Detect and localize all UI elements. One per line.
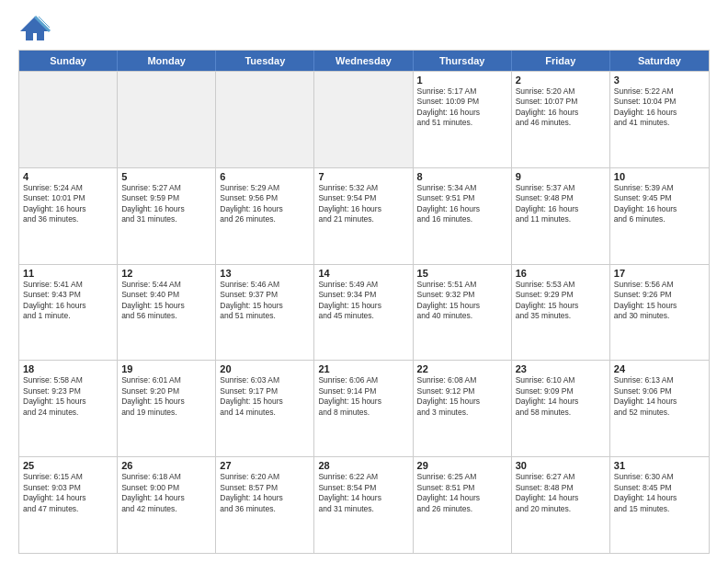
cell-text: Sunrise: 6:08 AM Sunset: 9:12 PM Dayligh…	[417, 375, 507, 418]
day-number: 9	[516, 171, 606, 182]
cell-text: Sunrise: 6:01 AM Sunset: 9:20 PM Dayligh…	[121, 375, 211, 418]
day-number: 12	[121, 268, 211, 279]
calendar-cell: 25Sunrise: 6:15 AM Sunset: 9:03 PM Dayli…	[19, 457, 118, 553]
cell-text: Sunrise: 5:53 AM Sunset: 9:29 PM Dayligh…	[516, 280, 606, 322]
cal-header-cell: Sunday	[19, 51, 118, 71]
day-number: 31	[614, 460, 705, 471]
calendar-body: 1Sunrise: 5:17 AM Sunset: 10:09 PM Dayli…	[19, 71, 709, 553]
cal-header-cell: Wednesday	[314, 51, 413, 71]
day-number: 20	[220, 363, 310, 374]
calendar-cell: 1Sunrise: 5:17 AM Sunset: 10:09 PM Dayli…	[414, 72, 512, 167]
calendar-row: 1Sunrise: 5:17 AM Sunset: 10:09 PM Dayli…	[19, 71, 709, 167]
calendar-cell: 24Sunrise: 6:13 AM Sunset: 9:06 PM Dayli…	[610, 361, 709, 456]
day-number: 10	[614, 171, 705, 182]
calendar-cell: 12Sunrise: 5:44 AM Sunset: 9:40 PM Dayli…	[118, 265, 216, 361]
cell-text: Sunrise: 5:58 AM Sunset: 9:23 PM Dayligh…	[23, 375, 113, 418]
calendar-cell: 19Sunrise: 6:01 AM Sunset: 9:20 PM Dayli…	[118, 361, 216, 456]
logo-icon	[18, 15, 51, 42]
calendar-cell	[118, 72, 216, 167]
cell-text: Sunrise: 6:13 AM Sunset: 9:06 PM Dayligh…	[614, 375, 705, 418]
cell-text: Sunrise: 6:10 AM Sunset: 9:09 PM Dayligh…	[516, 375, 606, 418]
calendar-cell: 11Sunrise: 5:41 AM Sunset: 9:43 PM Dayli…	[19, 265, 118, 361]
cell-text: Sunrise: 6:15 AM Sunset: 9:03 PM Dayligh…	[23, 472, 113, 514]
cell-text: Sunrise: 6:27 AM Sunset: 8:48 PM Dayligh…	[516, 472, 606, 514]
day-number: 5	[121, 171, 211, 182]
day-number: 24	[614, 363, 705, 374]
calendar-cell: 15Sunrise: 5:51 AM Sunset: 9:32 PM Dayli…	[414, 265, 512, 361]
calendar-header-row: SundayMondayTuesdayWednesdayThursdayFrid…	[19, 51, 709, 71]
cell-text: Sunrise: 5:34 AM Sunset: 9:51 PM Dayligh…	[417, 183, 507, 225]
calendar-cell: 30Sunrise: 6:27 AM Sunset: 8:48 PM Dayli…	[512, 457, 610, 553]
day-number: 19	[121, 363, 211, 374]
cell-text: Sunrise: 5:39 AM Sunset: 9:45 PM Dayligh…	[614, 183, 705, 225]
day-number: 23	[516, 363, 606, 374]
calendar-cell: 6Sunrise: 5:29 AM Sunset: 9:56 PM Daylig…	[216, 168, 314, 264]
cell-text: Sunrise: 5:22 AM Sunset: 10:04 PM Daylig…	[614, 86, 705, 129]
calendar-cell: 21Sunrise: 6:06 AM Sunset: 9:14 PM Dayli…	[314, 361, 413, 456]
day-number: 25	[23, 460, 113, 471]
calendar-cell: 14Sunrise: 5:49 AM Sunset: 9:34 PM Dayli…	[314, 265, 413, 361]
calendar-cell: 28Sunrise: 6:22 AM Sunset: 8:54 PM Dayli…	[314, 457, 413, 553]
calendar-cell: 18Sunrise: 5:58 AM Sunset: 9:23 PM Dayli…	[19, 361, 118, 456]
day-number: 11	[23, 268, 113, 279]
day-number: 16	[516, 268, 606, 279]
calendar-cell: 22Sunrise: 6:08 AM Sunset: 9:12 PM Dayli…	[414, 361, 512, 456]
calendar-row: 11Sunrise: 5:41 AM Sunset: 9:43 PM Dayli…	[19, 264, 709, 361]
day-number: 17	[614, 268, 705, 279]
calendar-cell: 23Sunrise: 6:10 AM Sunset: 9:09 PM Dayli…	[512, 361, 610, 456]
calendar-cell: 31Sunrise: 6:30 AM Sunset: 8:45 PM Dayli…	[610, 457, 709, 553]
cal-header-cell: Monday	[118, 51, 216, 71]
calendar-cell: 4Sunrise: 5:24 AM Sunset: 10:01 PM Dayli…	[19, 168, 118, 264]
day-number: 29	[417, 460, 507, 471]
calendar-cell: 27Sunrise: 6:20 AM Sunset: 8:57 PM Dayli…	[216, 457, 314, 553]
cell-text: Sunrise: 6:20 AM Sunset: 8:57 PM Dayligh…	[220, 472, 310, 514]
cell-text: Sunrise: 5:56 AM Sunset: 9:26 PM Dayligh…	[614, 280, 705, 322]
cell-text: Sunrise: 5:37 AM Sunset: 9:48 PM Dayligh…	[516, 183, 606, 225]
cell-text: Sunrise: 5:32 AM Sunset: 9:54 PM Dayligh…	[318, 183, 408, 225]
cal-header-cell: Thursday	[414, 51, 512, 71]
cell-text: Sunrise: 6:06 AM Sunset: 9:14 PM Dayligh…	[318, 375, 408, 418]
cell-text: Sunrise: 6:30 AM Sunset: 8:45 PM Dayligh…	[614, 472, 705, 514]
day-number: 27	[220, 460, 310, 471]
cell-text: Sunrise: 5:44 AM Sunset: 9:40 PM Dayligh…	[121, 280, 211, 322]
calendar-row: 4Sunrise: 5:24 AM Sunset: 10:01 PM Dayli…	[19, 167, 709, 264]
day-number: 15	[417, 268, 507, 279]
calendar-row: 25Sunrise: 6:15 AM Sunset: 9:03 PM Dayli…	[19, 456, 709, 553]
calendar-cell: 10Sunrise: 5:39 AM Sunset: 9:45 PM Dayli…	[610, 168, 709, 264]
cell-text: Sunrise: 6:25 AM Sunset: 8:51 PM Dayligh…	[417, 472, 507, 514]
cell-text: Sunrise: 5:20 AM Sunset: 10:07 PM Daylig…	[516, 86, 606, 129]
calendar-cell: 26Sunrise: 6:18 AM Sunset: 9:00 PM Dayli…	[118, 457, 216, 553]
calendar-cell: 5Sunrise: 5:27 AM Sunset: 9:59 PM Daylig…	[118, 168, 216, 264]
cell-text: Sunrise: 5:46 AM Sunset: 9:37 PM Dayligh…	[220, 280, 310, 322]
day-number: 13	[220, 268, 310, 279]
day-number: 22	[417, 363, 507, 374]
cal-header-cell: Friday	[512, 51, 610, 71]
cell-text: Sunrise: 5:29 AM Sunset: 9:56 PM Dayligh…	[220, 183, 310, 225]
cell-text: Sunrise: 5:27 AM Sunset: 9:59 PM Dayligh…	[121, 183, 211, 225]
calendar-cell: 13Sunrise: 5:46 AM Sunset: 9:37 PM Dayli…	[216, 265, 314, 361]
calendar-cell: 16Sunrise: 5:53 AM Sunset: 9:29 PM Dayli…	[512, 265, 610, 361]
day-number: 6	[220, 171, 310, 182]
day-number: 18	[23, 363, 113, 374]
calendar-cell: 3Sunrise: 5:22 AM Sunset: 10:04 PM Dayli…	[610, 72, 709, 167]
day-number: 21	[318, 363, 408, 374]
header	[18, 15, 710, 42]
day-number: 30	[516, 460, 606, 471]
day-number: 4	[23, 171, 113, 182]
day-number: 3	[614, 75, 705, 86]
calendar-cell: 2Sunrise: 5:20 AM Sunset: 10:07 PM Dayli…	[512, 72, 610, 167]
day-number: 26	[121, 460, 211, 471]
cal-header-cell: Saturday	[610, 51, 709, 71]
day-number: 8	[417, 171, 507, 182]
page: SundayMondayTuesdayWednesdayThursdayFrid…	[0, 0, 728, 563]
day-number: 7	[318, 171, 408, 182]
calendar-cell: 8Sunrise: 5:34 AM Sunset: 9:51 PM Daylig…	[414, 168, 512, 264]
cell-text: Sunrise: 5:41 AM Sunset: 9:43 PM Dayligh…	[23, 280, 113, 322]
calendar-cell	[314, 72, 413, 167]
day-number: 2	[516, 75, 606, 86]
calendar-cell	[216, 72, 314, 167]
cell-text: Sunrise: 5:51 AM Sunset: 9:32 PM Dayligh…	[417, 280, 507, 322]
logo	[18, 15, 55, 42]
cell-text: Sunrise: 5:24 AM Sunset: 10:01 PM Daylig…	[23, 183, 113, 225]
calendar-cell: 29Sunrise: 6:25 AM Sunset: 8:51 PM Dayli…	[414, 457, 512, 553]
